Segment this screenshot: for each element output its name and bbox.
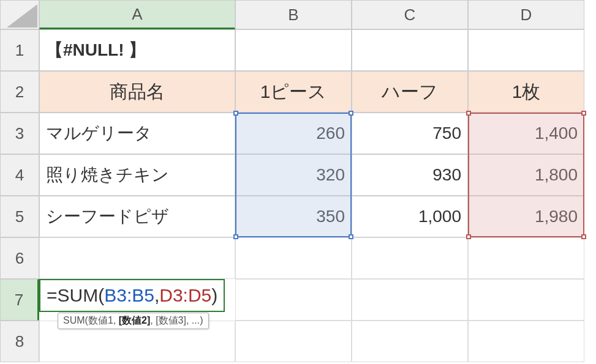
cell-c2[interactable]: ハーフ <box>352 71 468 113</box>
cell-c6[interactable] <box>352 237 468 279</box>
cell-d6[interactable] <box>468 237 584 279</box>
cell-a4[interactable]: 照り焼きチキン <box>39 154 235 196</box>
cell-b4[interactable]: 320 <box>235 154 352 196</box>
tooltip-arg3[interactable]: [数値3] <box>156 315 186 325</box>
column-header-b[interactable]: B <box>235 0 352 29</box>
tooltip-sep2: , <box>150 315 156 325</box>
column-header-d[interactable]: D <box>468 0 584 29</box>
cell-d3[interactable]: 1,400 <box>468 113 584 154</box>
formula-suffix: ) <box>211 285 217 306</box>
cell-c1[interactable] <box>352 29 468 71</box>
cell-a5[interactable]: シーフードピザ <box>39 196 235 237</box>
cell-d8[interactable] <box>468 321 584 362</box>
function-tooltip[interactable]: SUM(数値1, [数値2], [数値3], ...) <box>58 313 209 329</box>
row-header-6[interactable]: 6 <box>0 237 39 279</box>
select-all-triangle-icon <box>7 4 37 28</box>
tooltip-rest: , ...) <box>186 315 203 325</box>
cell-d5[interactable]: 1,980 <box>468 196 584 237</box>
formula-prefix: =SUM( <box>47 285 104 306</box>
tooltip-arg1[interactable]: 数値1 <box>88 315 113 325</box>
cell-c3[interactable]: 750 <box>352 113 468 154</box>
row-header-2[interactable]: 2 <box>0 71 39 113</box>
cell-c8[interactable] <box>352 321 468 362</box>
cell-d1[interactable] <box>468 29 584 71</box>
cell-a1[interactable]: 【#NULL! 】 <box>39 29 235 71</box>
row-header-7[interactable]: 7 <box>0 279 39 321</box>
cell-d2[interactable]: 1枚 <box>468 71 584 113</box>
cell-a2[interactable]: 商品名 <box>39 71 235 113</box>
row-header-3[interactable]: 3 <box>0 113 39 154</box>
column-header-c[interactable]: C <box>352 0 468 29</box>
tooltip-fn: SUM( <box>63 315 88 325</box>
cell-b6[interactable] <box>235 237 352 279</box>
tooltip-arg2[interactable]: [数値2] <box>119 315 151 325</box>
cell-b7[interactable] <box>235 279 352 321</box>
cell-c5[interactable]: 1,000 <box>352 196 468 237</box>
cell-c4[interactable]: 930 <box>352 154 468 196</box>
formula-range2: D3:D5 <box>159 285 211 306</box>
cell-d7[interactable] <box>468 279 584 321</box>
formula-range1: B3:B5 <box>104 285 154 306</box>
row-header-4[interactable]: 4 <box>0 154 39 196</box>
cell-b1[interactable] <box>235 29 352 71</box>
cell-a7[interactable]: =SUM(B3:B5,D3:D5) SUM(数値1, [数値2], [数値3],… <box>39 279 235 321</box>
cell-a3[interactable]: マルゲリータ <box>39 113 235 154</box>
tooltip-sep1: , <box>113 315 119 325</box>
row-header-5[interactable]: 5 <box>0 196 39 237</box>
row-header-1[interactable]: 1 <box>0 29 39 71</box>
row-header-8[interactable]: 8 <box>0 321 39 362</box>
cell-b3[interactable]: 260 <box>235 113 352 154</box>
cell-d4[interactable]: 1,800 <box>468 154 584 196</box>
formula-comma: , <box>154 285 159 306</box>
cell-b2[interactable]: 1ピース <box>235 71 352 113</box>
formula-editor[interactable]: =SUM(B3:B5,D3:D5) <box>39 279 225 312</box>
cell-a6[interactable] <box>39 237 235 279</box>
cell-b8[interactable] <box>235 321 352 362</box>
cell-b5[interactable]: 350 <box>235 196 352 237</box>
select-all-corner[interactable] <box>0 0 39 29</box>
cell-c7[interactable] <box>352 279 468 321</box>
column-header-a[interactable]: A <box>39 0 235 29</box>
